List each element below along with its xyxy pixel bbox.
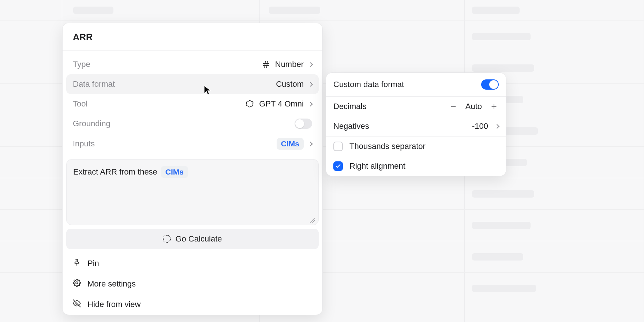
- right-alignment-row[interactable]: Right alignment: [326, 156, 506, 176]
- flyout-title: Custom data format: [333, 80, 404, 89]
- inputs-tag[interactable]: CIMs: [277, 138, 304, 150]
- prompt-textarea[interactable]: Extract ARR from these CIMs: [66, 159, 319, 225]
- data-format-value: Custom: [276, 79, 304, 89]
- custom-format-toggle[interactable]: [481, 79, 499, 90]
- data-format-label: Data format: [73, 79, 115, 89]
- custom-data-format-flyout: Custom data format Decimals Auto Negativ…: [326, 72, 506, 176]
- more-settings-menu-item[interactable]: More settings: [63, 274, 322, 294]
- inputs-label: Inputs: [73, 139, 95, 149]
- grounding-toggle[interactable]: [295, 119, 312, 129]
- table-cell-skel: [472, 64, 534, 72]
- hide-label: Hide from view: [87, 300, 141, 309]
- negatives-row[interactable]: Negatives -100: [326, 116, 506, 136]
- number-icon: [262, 60, 270, 68]
- go-calculate-label: Go Calculate: [175, 234, 222, 244]
- plus-button[interactable]: [489, 102, 499, 111]
- table-header-skel: [472, 7, 520, 14]
- thousands-label: Thousands separator: [349, 142, 426, 151]
- tool-value: GPT 4 Omni: [259, 99, 304, 109]
- data-format-row[interactable]: Data format Custom: [66, 74, 319, 94]
- svg-line-5: [312, 220, 315, 222]
- grounding-row[interactable]: Grounding: [66, 114, 319, 134]
- go-calculate-button[interactable]: Go Calculate: [66, 229, 319, 249]
- hide-from-view-menu-item[interactable]: Hide from view: [63, 294, 322, 315]
- chevron-right-icon: [308, 82, 313, 87]
- openai-icon: [245, 100, 254, 108]
- prompt-text: Extract ARR from these: [73, 167, 157, 177]
- decimals-row: Decimals Auto: [326, 97, 506, 116]
- chevron-right-icon: [495, 124, 499, 129]
- svg-line-4: [310, 218, 315, 222]
- table-cell-skel: [472, 190, 534, 198]
- table-cell-skel: [472, 285, 536, 292]
- svg-line-3: [267, 61, 267, 68]
- pin-icon: [73, 258, 81, 269]
- grounding-label: Grounding: [73, 119, 111, 128]
- inputs-row[interactable]: Inputs CIMs: [66, 134, 319, 154]
- table-header-skel: [269, 7, 320, 14]
- right-align-checkbox[interactable]: [333, 161, 343, 171]
- chevron-right-icon: [308, 62, 313, 67]
- tool-row[interactable]: Tool GPT 4 Omni: [66, 94, 319, 114]
- resize-handle-icon[interactable]: [309, 216, 315, 222]
- pin-label: Pin: [87, 259, 99, 268]
- table-header-skel: [73, 7, 113, 14]
- flyout-header: Custom data format: [326, 73, 506, 97]
- negatives-value: -100: [472, 121, 488, 131]
- minus-button[interactable]: [449, 102, 458, 111]
- thousands-checkbox[interactable]: [333, 142, 343, 151]
- prompt-tag[interactable]: CIMs: [161, 166, 188, 178]
- right-align-label: Right alignment: [349, 161, 405, 171]
- type-label: Type: [73, 60, 90, 69]
- gear-icon: [73, 279, 81, 289]
- table-cell-skel: [472, 33, 531, 40]
- type-row[interactable]: Type Number: [66, 55, 319, 74]
- decimals-value: Auto: [465, 102, 482, 111]
- chevron-right-icon: [308, 102, 313, 106]
- svg-line-2: [265, 61, 265, 68]
- table-cell-skel: [472, 222, 531, 229]
- negatives-label: Negatives: [333, 121, 369, 131]
- eye-off-icon: [73, 299, 81, 310]
- thousands-separator-row[interactable]: Thousands separator: [326, 136, 506, 156]
- more-settings-label: More settings: [87, 279, 136, 289]
- spinner-icon: [163, 235, 171, 243]
- column-config-panel: ARR Type Number Data format Custom: [62, 23, 323, 315]
- decimals-label: Decimals: [333, 102, 366, 111]
- pin-menu-item[interactable]: Pin: [63, 253, 322, 274]
- panel-title: ARR: [63, 23, 322, 51]
- svg-point-7: [76, 282, 78, 284]
- tool-label: Tool: [73, 99, 87, 109]
- table-cell-skel: [472, 253, 523, 261]
- type-value: Number: [275, 60, 304, 69]
- chevron-right-icon: [308, 142, 313, 146]
